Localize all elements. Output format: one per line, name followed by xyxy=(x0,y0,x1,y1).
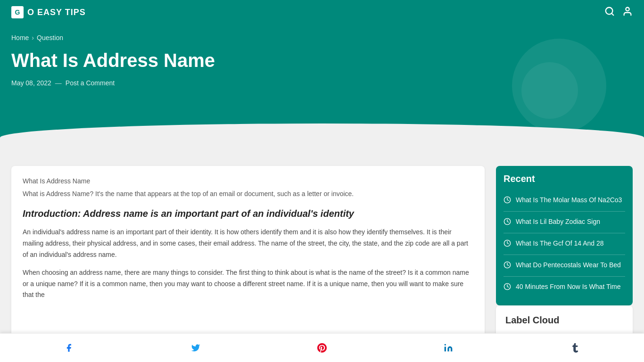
hero-meta: May 08, 2022 — Post a Comment xyxy=(11,79,633,87)
article-body-2: When choosing an address name, there are… xyxy=(23,267,473,301)
recent-item-label-2: What Is Lil Baby Zodiac Sign xyxy=(516,217,600,227)
svg-line-1 xyxy=(611,13,613,15)
recent-item-icon-5 xyxy=(504,283,511,292)
linkedin-share-button[interactable] xyxy=(438,339,459,356)
logo-area[interactable]: G O EASY TIPS xyxy=(11,6,86,18)
breadcrumb-separator: › xyxy=(32,34,34,41)
article-description: What is Address Name? It's the name that… xyxy=(23,189,473,199)
recent-item-label-4: What Do Pentecostals Wear To Bed xyxy=(516,261,621,270)
recent-item[interactable]: What Is The Molar Mass Of Na2Co3 xyxy=(504,190,625,212)
meta-separator: — xyxy=(55,79,62,87)
page-wrapper: Home › Question What Is Address Name May… xyxy=(0,25,644,362)
svg-point-2 xyxy=(626,7,629,10)
recent-item[interactable]: 40 Minutes From Now Is What Time xyxy=(504,277,625,298)
article-card: What Is Address Name What is Address Nam… xyxy=(11,166,485,340)
recent-item[interactable]: What Do Pentecostals Wear To Bed xyxy=(504,255,625,277)
recent-item-icon-2 xyxy=(504,218,511,227)
social-share-bar xyxy=(0,333,644,362)
label-cloud-heading: Label Cloud xyxy=(505,315,623,326)
recent-heading: Recent xyxy=(504,173,625,184)
site-header: G O EASY TIPS xyxy=(0,0,644,25)
recent-item[interactable]: What Is The Gcf Of 14 And 28 xyxy=(504,233,625,255)
search-icon[interactable] xyxy=(604,6,615,19)
recent-item-icon-1 xyxy=(504,196,511,206)
hero-section: Home › Question What Is Address Name May… xyxy=(0,25,644,156)
logo-letter: G xyxy=(11,6,24,18)
sidebar: Recent What Is The Molar Mass Of Na2Co3 … xyxy=(496,166,633,362)
post-date: May 08, 2022 xyxy=(11,79,51,87)
recent-section: Recent What Is The Molar Mass Of Na2Co3 … xyxy=(496,166,633,305)
twitter-share-button[interactable] xyxy=(185,339,206,356)
user-icon[interactable] xyxy=(622,6,633,19)
recent-list: What Is The Molar Mass Of Na2Co3 What Is… xyxy=(504,190,625,298)
recent-item-icon-4 xyxy=(504,261,511,271)
logo-text: O EASY TIPS xyxy=(27,8,86,17)
pinterest-share-button[interactable] xyxy=(312,339,332,356)
recent-item-label-3: What Is The Gcf Of 14 And 28 xyxy=(516,239,604,248)
recent-item-label-1: What Is The Molar Mass Of Na2Co3 xyxy=(516,196,622,205)
recent-item[interactable]: What Is Lil Baby Zodiac Sign xyxy=(504,212,625,233)
breadcrumb: Home › Question xyxy=(11,34,633,41)
article-subtitle: What Is Address Name xyxy=(23,177,473,185)
page-title: What Is Address Name xyxy=(11,49,633,72)
breadcrumb-home[interactable]: Home xyxy=(11,34,29,41)
svg-point-8 xyxy=(445,344,446,346)
header-icons xyxy=(604,6,633,19)
article-section-title: Introduction: Address name is an importa… xyxy=(23,208,473,219)
recent-item-label-5: 40 Minutes From Now Is What Time xyxy=(516,282,621,292)
hero-wave xyxy=(0,123,644,156)
breadcrumb-current: Question xyxy=(37,34,63,41)
article-body-1: An individual's address name is an impor… xyxy=(23,227,473,260)
post-comment-link[interactable]: Post a Comment xyxy=(66,79,115,87)
facebook-share-button[interactable] xyxy=(58,339,79,356)
main-layout: What Is Address Name What is Address Nam… xyxy=(0,156,644,362)
tumblr-share-button[interactable] xyxy=(565,339,586,356)
recent-item-icon-3 xyxy=(504,239,511,249)
